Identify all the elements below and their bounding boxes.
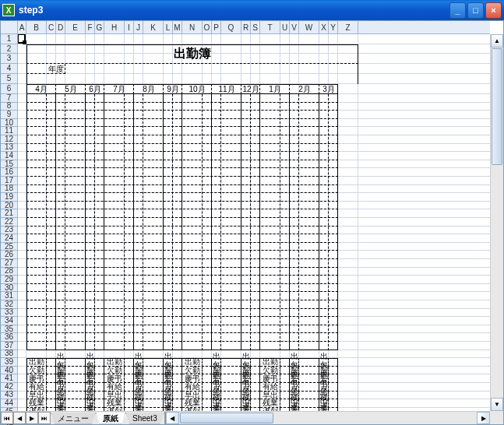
minimize-button[interactable]: _	[449, 2, 466, 19]
month-header[interactable]: 9月	[164, 84, 182, 94]
horizontal-scroll-thumb[interactable]	[180, 413, 273, 423]
month-header[interactable]: 4月	[26, 84, 56, 94]
column-header[interactable]: V	[290, 21, 299, 34]
month-header[interactable]: 11月	[212, 84, 241, 94]
column-header[interactable]: L	[164, 21, 173, 34]
column-header[interactable]: Z	[338, 21, 358, 34]
title-bar: X step3 _ □ ×	[0, 0, 504, 20]
vertical-scrollbar[interactable]: ▲ ▼	[490, 34, 503, 411]
column-header[interactable]: N	[182, 21, 203, 34]
column-header[interactable]: W	[299, 21, 319, 34]
column-header[interactable]: G	[95, 21, 104, 34]
scroll-right-button[interactable]: ▶	[477, 412, 490, 424]
scroll-up-button[interactable]: ▲	[491, 34, 503, 47]
scroll-left-button[interactable]: ◀	[166, 412, 179, 424]
column-headers: ABCDEFGHIJKLMNOPQRSTUVWXYZ	[1, 21, 490, 34]
row-header[interactable]: 2	[1, 44, 17, 54]
row-header[interactable]: 4	[1, 64, 17, 74]
column-header[interactable]: R	[241, 21, 251, 34]
month-header[interactable]: 6月	[86, 84, 104, 94]
column-header[interactable]: I	[125, 21, 134, 34]
column-header[interactable]: X	[319, 21, 329, 34]
column-header[interactable]: K	[143, 21, 164, 34]
app-icon: X	[2, 4, 15, 16]
column-header[interactable]: E	[65, 21, 86, 34]
column-header[interactable]: A	[18, 21, 26, 34]
sheet-tab-genshi[interactable]: 原紙	[96, 413, 125, 424]
row-header[interactable]: 5	[1, 74, 17, 84]
month-header[interactable]: 8月	[134, 84, 164, 94]
column-header[interactable]: C	[47, 21, 56, 34]
column-header[interactable]: J	[134, 21, 143, 34]
month-header[interactable]: 12月	[241, 84, 260, 94]
column-header[interactable]: U	[280, 21, 290, 34]
row-header[interactable]: 1	[1, 34, 17, 44]
title-cell[interactable]: 出勤簿	[26, 44, 358, 64]
tab-first-button[interactable]: ⏮	[1, 412, 13, 424]
tab-last-button[interactable]: ⏭	[38, 412, 51, 424]
column-header[interactable]: D	[56, 21, 65, 34]
vertical-scroll-thumb[interactable]	[492, 48, 502, 165]
maximize-button[interactable]: □	[467, 2, 484, 19]
workbook-window: ABCDEFGHIJKLMNOPQRSTUVWXYZ 1234567891011…	[0, 20, 504, 425]
column-header[interactable]: O	[203, 21, 212, 34]
year-label[interactable]: 年度	[47, 64, 65, 74]
row-header[interactable]: 3	[1, 54, 17, 64]
sheet-tab-bar: ⏮ ◀ ▶ ⏭ メニュー 原紙 Sheet3	[1, 412, 164, 424]
sheet-tab-sheet3[interactable]: Sheet3	[125, 413, 164, 424]
month-header[interactable]: 2月	[290, 84, 319, 94]
window-buttons: _ □ ×	[449, 2, 502, 19]
column-header[interactable]: T	[260, 21, 280, 34]
row-headers: 1234567891011121314151617181920212223242…	[1, 34, 18, 411]
month-header[interactable]: 3月	[319, 84, 338, 94]
column-header[interactable]: Q	[221, 21, 241, 34]
month-header[interactable]: 5月	[56, 84, 86, 94]
close-button[interactable]: ×	[485, 2, 502, 19]
window-title: step3	[19, 5, 449, 16]
month-header[interactable]: 7月	[104, 84, 134, 94]
horizontal-scrollbar[interactable]: ◀ ▶	[164, 412, 490, 424]
month-header[interactable]: 1月	[260, 84, 290, 94]
column-header[interactable]: S	[251, 21, 260, 34]
column-header[interactable]: H	[104, 21, 125, 34]
column-header[interactable]: B	[26, 21, 47, 34]
month-header[interactable]: 10月	[182, 84, 212, 94]
column-header[interactable]: M	[173, 21, 182, 34]
sheet-tab-menu[interactable]: メニュー	[51, 413, 96, 424]
column-header[interactable]: Y	[329, 21, 338, 34]
column-header[interactable]: P	[212, 21, 221, 34]
scroll-down-button[interactable]: ▼	[491, 398, 503, 411]
tab-next-button[interactable]: ▶	[26, 412, 38, 424]
tab-prev-button[interactable]: ◀	[13, 412, 26, 424]
column-header[interactable]: F	[86, 21, 95, 34]
horizontal-scrollbar-area: ⏮ ◀ ▶ ⏭ メニュー 原紙 Sheet3 ◀ ▶	[1, 411, 490, 424]
spreadsheet-grid[interactable]: 出勤簿年度4月5月6月7月8月9月10月11月12月1月2月3月出勤出勤出勤出勤…	[18, 34, 490, 411]
select-all-corner[interactable]	[1, 21, 18, 33]
resize-grip[interactable]	[490, 411, 503, 424]
